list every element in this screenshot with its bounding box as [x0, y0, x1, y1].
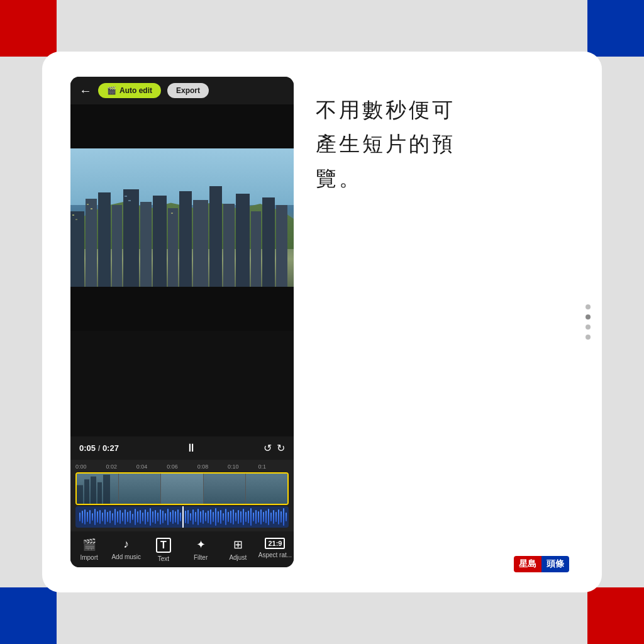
phone-screen: ← 🎬 Auto edit Export	[70, 77, 294, 567]
ruler-mark: 0:00	[75, 464, 106, 470]
svg-rect-108	[280, 511, 282, 523]
tool-import[interactable]: 🎬 Import	[70, 538, 108, 562]
back-button[interactable]: ←	[79, 84, 92, 98]
timeline-area: 0:00 0:02 0:04 0:06 0:08 0:10 0:1	[70, 460, 294, 531]
svg-rect-23	[77, 485, 83, 504]
svg-rect-54	[145, 509, 146, 525]
svg-rect-101	[263, 512, 264, 522]
svg-rect-2	[98, 192, 111, 287]
svg-rect-46	[125, 509, 126, 525]
svg-rect-98	[255, 510, 257, 524]
audio-strip[interactable]	[75, 506, 289, 528]
svg-rect-19	[91, 208, 92, 209]
film-icon: 🎬	[107, 86, 116, 95]
nav-dot-1[interactable]	[586, 304, 591, 309]
svg-rect-80	[210, 509, 211, 525]
svg-rect-14	[262, 197, 275, 287]
corner-bottom-left	[0, 587, 57, 644]
svg-rect-97	[253, 513, 254, 521]
svg-rect-49	[132, 514, 133, 520]
adjust-label: Adjust	[229, 554, 247, 561]
pause-button[interactable]: ⏸	[186, 441, 197, 455]
tool-text[interactable]: T Text	[145, 538, 182, 562]
corner-top-right	[587, 0, 644, 57]
text-tool-icon: T	[156, 538, 171, 553]
export-label: Export	[176, 86, 200, 95]
phone-container: ← 🎬 Auto edit Export	[67, 74, 297, 570]
svg-rect-107	[278, 509, 279, 525]
svg-rect-0	[70, 211, 84, 287]
time-display: 0:05 / 0:27	[79, 443, 119, 453]
svg-rect-62	[165, 513, 166, 521]
svg-rect-51	[137, 511, 138, 523]
svg-rect-79	[208, 511, 209, 523]
svg-rect-57	[152, 511, 153, 523]
svg-rect-110	[286, 513, 287, 521]
svg-rect-61	[162, 511, 164, 523]
svg-rect-109	[283, 508, 284, 526]
nav-dot-3[interactable]	[586, 325, 591, 330]
video-strip[interactable]	[75, 472, 289, 505]
export-button[interactable]: Export	[167, 83, 209, 98]
logo-part2: 頭條	[547, 558, 564, 570]
svg-rect-55	[147, 512, 148, 522]
svg-rect-65	[172, 510, 174, 524]
ruler-mark: 0:06	[167, 464, 197, 470]
undo-button[interactable]: ↺	[264, 442, 272, 454]
svg-rect-71	[187, 510, 189, 524]
svg-rect-5	[140, 202, 152, 287]
svg-rect-13	[251, 211, 261, 287]
svg-rect-64	[170, 512, 171, 522]
tool-aspect-ratio[interactable]: 21:9 Aspect rat...	[257, 538, 294, 562]
logo-area: 星島 頭條	[514, 556, 569, 572]
svg-rect-84	[220, 510, 221, 524]
svg-rect-4	[123, 189, 139, 287]
music-icon: ♪	[123, 538, 129, 551]
tool-add-music[interactable]: ♪ Add music	[108, 538, 145, 562]
svg-rect-104	[270, 513, 272, 521]
tool-filter[interactable]: ✦ Filter	[182, 538, 219, 562]
svg-rect-106	[275, 512, 277, 522]
ruler-mark: 0:08	[197, 464, 228, 470]
auto-edit-label: Auto edit	[119, 86, 152, 95]
import-icon: 🎬	[82, 538, 96, 552]
svg-rect-60	[160, 509, 161, 525]
svg-rect-86	[225, 509, 226, 525]
nav-dot-2[interactable]	[586, 314, 591, 319]
svg-rect-9	[193, 200, 208, 287]
svg-rect-31	[87, 512, 88, 522]
tool-adjust[interactable]: ⊞ Adjust	[219, 538, 257, 562]
svg-rect-88	[230, 511, 231, 523]
ruler-mark: 0:1	[258, 464, 289, 470]
bottom-toolbar: 🎬 Import ♪ Add music T Text	[70, 531, 294, 567]
svg-rect-38	[104, 509, 106, 525]
dots-navigation	[586, 304, 591, 340]
svg-rect-22	[171, 213, 173, 214]
redo-button[interactable]: ↻	[277, 442, 285, 454]
svg-rect-90	[235, 513, 236, 521]
corner-top-left	[0, 0, 57, 57]
svg-rect-66	[175, 511, 176, 523]
timeline-cursor	[182, 506, 184, 528]
svg-rect-29	[82, 511, 83, 523]
svg-rect-28	[79, 513, 80, 521]
svg-rect-12	[236, 194, 250, 287]
svg-rect-40	[109, 511, 111, 523]
svg-rect-37	[102, 513, 103, 521]
svg-rect-58	[155, 510, 156, 524]
svg-rect-45	[122, 513, 123, 521]
svg-rect-15	[276, 205, 287, 287]
svg-rect-72	[190, 513, 191, 521]
top-bar: ← 🎬 Auto edit Export	[70, 77, 294, 104]
svg-rect-34	[94, 509, 96, 525]
svg-rect-105	[273, 510, 274, 524]
filter-icon: ✦	[196, 538, 206, 552]
svg-rect-75	[197, 509, 199, 525]
nav-dot-4[interactable]	[586, 335, 591, 340]
ruler-mark: 0:10	[228, 464, 258, 470]
svg-rect-6	[153, 196, 167, 287]
ruler-mark: 0:04	[136, 464, 167, 470]
svg-rect-96	[250, 508, 252, 526]
auto-edit-button[interactable]: 🎬 Auto edit	[98, 83, 161, 98]
svg-rect-41	[112, 513, 113, 521]
